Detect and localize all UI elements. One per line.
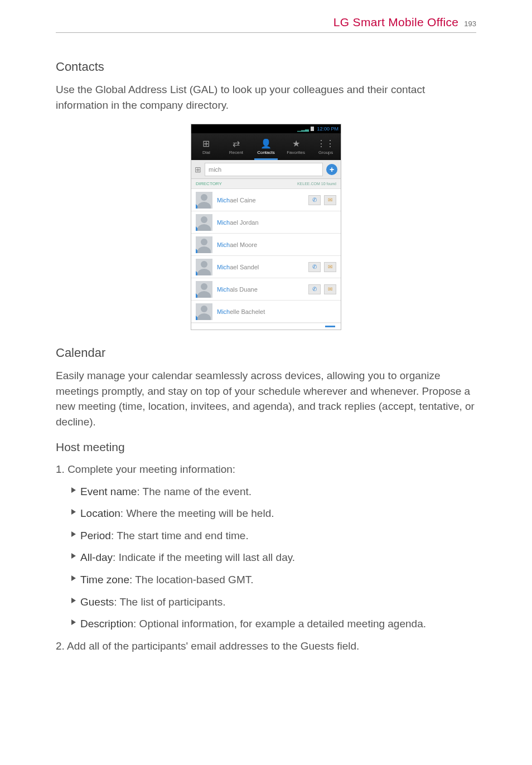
tab-favorites[interactable]: ★ Favorites <box>281 133 311 160</box>
contact-row[interactable]: Michals Duane✆✉ <box>191 278 341 301</box>
bullet-item: Event name: The name of the event. <box>56 484 476 500</box>
avatar <box>196 214 212 231</box>
call-button[interactable]: ✆ <box>308 195 321 205</box>
contact-actions: ✆✉ <box>308 195 336 205</box>
triangle-bullet-icon <box>71 575 80 581</box>
bullet-item: Location: Where the meeting will be held… <box>56 506 476 521</box>
search-row: ⊞ + <box>191 160 341 179</box>
message-button[interactable]: ✉ <box>324 284 336 294</box>
contact-actions: ✆✉ <box>308 284 336 294</box>
avatar <box>196 259 212 275</box>
battery-icon <box>311 127 314 131</box>
svg-marker-2 <box>71 531 76 537</box>
step-1-text: Complete your meeting information: <box>67 463 235 475</box>
bullet-text: Event name: The name of the event. <box>80 484 476 500</box>
phone-screenshot: ▁▂▃ 12:00 PM ⊞ Dial ⇄ Recent 👤 Contacts <box>56 124 476 330</box>
directory-label: DIRECTORY <box>196 181 222 186</box>
svg-marker-1 <box>71 509 76 515</box>
tab-recent[interactable]: ⇄ Recent <box>221 133 252 160</box>
avatar <box>196 281 212 298</box>
contact-actions: ✆✉ <box>308 262 336 272</box>
tab-bar: ⊞ Dial ⇄ Recent 👤 Contacts ★ Favorites ⋮… <box>191 133 341 160</box>
avatar <box>196 192 212 209</box>
avatar <box>196 236 212 253</box>
contact-name: Michelle Bachelet <box>217 308 332 315</box>
header-title: LG Smart Mobile Office <box>333 16 458 29</box>
bottom-bar <box>191 323 341 330</box>
bullet-text: Guests: The list of participants. <box>80 594 476 610</box>
search-input[interactable] <box>205 163 323 176</box>
tab-label: Contacts <box>257 150 275 155</box>
status-bar: ▁▂▃ 12:00 PM <box>191 124 341 133</box>
tab-label: Recent <box>229 150 243 155</box>
tab-label: Dial <box>202 150 210 155</box>
contact-row[interactable]: Michael Jordan <box>191 211 341 234</box>
step-1-prefix: 1. <box>56 463 67 475</box>
contact-name: Michael Moore <box>217 241 332 248</box>
message-button[interactable]: ✉ <box>324 262 336 272</box>
contact-name: Michael Caine <box>217 197 304 204</box>
step-2: 2. Add all of the participants' email ad… <box>56 638 476 654</box>
bullet-item: Period: The start time and end time. <box>56 528 476 544</box>
bullet-item: Description: Optional information, for e… <box>56 616 476 632</box>
contact-name: Michael Sandel <box>217 264 304 270</box>
triangle-bullet-icon <box>71 553 80 559</box>
bullet-item: All-day: Indicate if the meeting will la… <box>56 550 476 565</box>
call-button[interactable]: ✆ <box>308 262 321 272</box>
calendar-heading: Calendar <box>56 346 476 360</box>
contact-row[interactable]: Michael Sandel✆✉ <box>191 256 341 278</box>
bullet-text: All-day: Indicate if the meeting will la… <box>80 550 476 565</box>
dial-icon: ⊞ <box>202 138 210 149</box>
directory-count: KELEE.COM 10 found <box>297 182 336 186</box>
step-2-text: Add all of the participants' email addre… <box>67 640 359 652</box>
recent-icon: ⇄ <box>233 138 240 149</box>
contact-row[interactable]: Michelle Bachelet <box>191 301 341 323</box>
tab-label: Groups <box>318 150 333 155</box>
bullet-item: Time zone: The location-based GMT. <box>56 572 476 588</box>
status-time: 12:00 PM <box>317 126 338 132</box>
contacts-heading: Contacts <box>56 60 476 74</box>
page-header: LG Smart Mobile Office 193 <box>56 16 476 33</box>
contacts-icon: 👤 <box>260 138 272 149</box>
svg-marker-3 <box>71 553 76 559</box>
triangle-bullet-icon <box>71 598 80 603</box>
svg-marker-4 <box>71 575 76 581</box>
svg-marker-5 <box>71 598 76 603</box>
contact-row[interactable]: Michael Moore <box>191 234 341 256</box>
message-button[interactable]: ✉ <box>324 195 336 205</box>
triangle-bullet-icon <box>71 619 80 625</box>
tab-dial[interactable]: ⊞ Dial <box>191 133 221 160</box>
add-contact-button[interactable]: + <box>326 164 337 175</box>
contact-name: Michals Duane <box>217 286 304 293</box>
contacts-body: Use the Global Address List (GAL) to loo… <box>56 82 476 113</box>
step-1: 1. Complete your meeting information: <box>56 462 476 477</box>
bullet-text: Description: Optional information, for e… <box>80 616 476 632</box>
favorites-icon: ★ <box>292 138 300 149</box>
signal-icon: ▁▂▃ <box>297 126 309 132</box>
calendar-body: Easily manage your calendar seamlessly a… <box>56 368 476 429</box>
bullet-item: Guests: The list of participants. <box>56 594 476 610</box>
page-number: 193 <box>464 20 476 28</box>
bullet-text: Period: The start time and end time. <box>80 528 476 544</box>
tab-label: Favorites <box>287 150 305 155</box>
triangle-bullet-icon <box>71 487 80 493</box>
avatar <box>196 303 212 320</box>
bullet-text: Time zone: The location-based GMT. <box>80 572 476 588</box>
triangle-bullet-icon <box>71 509 80 515</box>
svg-marker-6 <box>71 619 76 625</box>
triangle-bullet-icon <box>71 531 80 537</box>
tab-contacts[interactable]: 👤 Contacts <box>251 133 281 160</box>
contact-name: Michael Jordan <box>217 219 332 226</box>
step-2-prefix: 2. <box>56 640 67 652</box>
call-button[interactable]: ✆ <box>308 284 321 294</box>
bullet-text: Location: Where the meeting will be held… <box>80 506 476 521</box>
groups-icon: ⋮⋮ <box>317 138 335 149</box>
directory-header: DIRECTORY KELEE.COM 10 found <box>191 179 341 189</box>
svg-marker-0 <box>71 487 76 493</box>
contact-row[interactable]: Michael Caine✆✉ <box>191 189 341 211</box>
keypad-icon[interactable]: ⊞ <box>195 165 201 174</box>
tab-groups[interactable]: ⋮⋮ Groups <box>311 133 341 160</box>
host-meeting-heading: Host meeting <box>56 440 476 454</box>
